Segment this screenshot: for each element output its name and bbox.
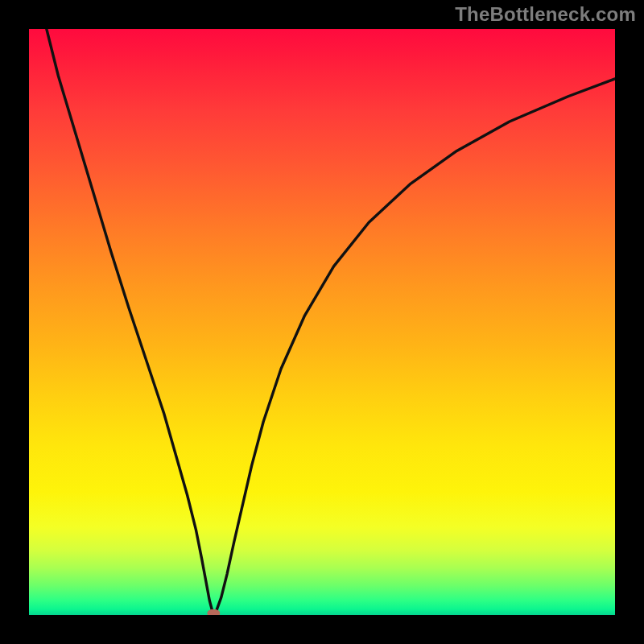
watermark-text: TheBottleneck.com [455, 3, 636, 26]
curve-svg [29, 29, 615, 615]
plot-area [29, 29, 615, 615]
curve-line [47, 29, 615, 614]
minimum-marker [207, 609, 220, 615]
chart-frame: TheBottleneck.com [0, 0, 644, 644]
